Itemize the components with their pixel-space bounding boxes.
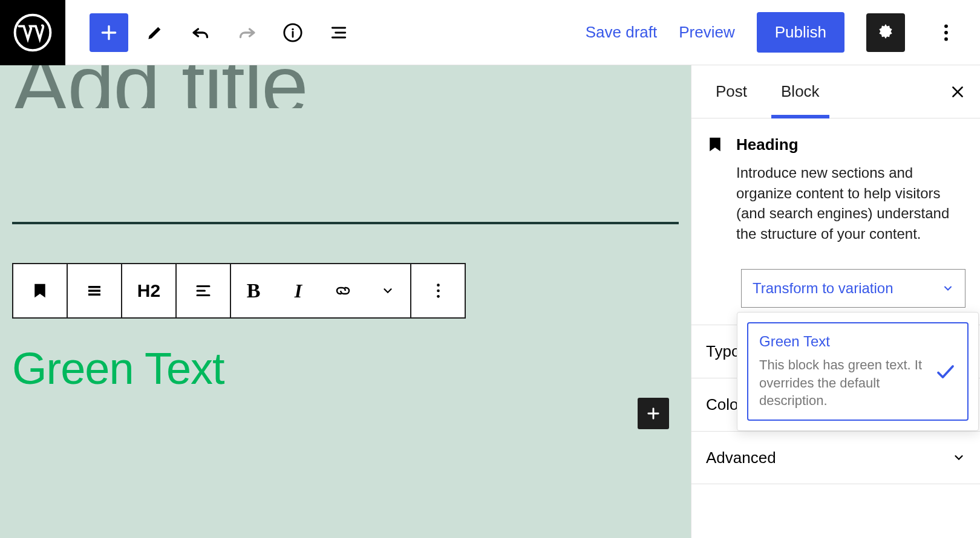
heading-level-button[interactable]: H2 <box>122 264 175 317</box>
close-sidebar-button[interactable] <box>950 84 965 100</box>
block-type-button[interactable] <box>13 264 67 317</box>
link-button[interactable] <box>321 264 365 317</box>
block-info-panel: Heading Introduce new sections and organ… <box>691 118 980 258</box>
block-description: Introduce new sections and organize cont… <box>736 163 965 244</box>
settings-sidebar: Post Block Heading Introduce new section… <box>691 65 980 538</box>
svg-point-4 <box>944 24 948 28</box>
preview-button[interactable]: Preview <box>679 23 734 42</box>
separator-block[interactable] <box>12 222 679 224</box>
settings-button[interactable] <box>866 13 905 52</box>
undo-button[interactable] <box>181 13 220 52</box>
add-block-button[interactable] <box>90 13 128 52</box>
edit-mode-button[interactable] <box>136 13 174 52</box>
svg-point-8 <box>437 290 440 293</box>
svg-point-5 <box>944 31 948 34</box>
bold-button[interactable]: B <box>231 264 276 317</box>
redo-button[interactable] <box>227 13 266 52</box>
block-more-button[interactable] <box>411 264 465 317</box>
chevron-down-icon <box>942 282 954 294</box>
more-formatting-button[interactable] <box>365 264 410 317</box>
tab-post[interactable]: Post <box>706 65 757 118</box>
svg-point-0 <box>15 15 51 50</box>
svg-point-2 <box>292 28 293 30</box>
main-area: Add title H2 <box>0 65 980 538</box>
chevron-down-icon <box>952 451 965 464</box>
align-button[interactable] <box>177 264 230 317</box>
check-icon <box>935 361 956 383</box>
transform-variation-select[interactable]: Transform to variation <box>741 269 965 308</box>
inline-add-block-button[interactable] <box>638 398 669 429</box>
svg-point-7 <box>437 284 440 287</box>
svg-point-9 <box>437 295 440 298</box>
sidebar-tabs: Post Block <box>691 65 980 118</box>
editor-canvas[interactable]: Add title H2 <box>0 65 691 538</box>
save-draft-button[interactable]: Save draft <box>586 23 658 42</box>
variation-description: This block has green text. It overrides … <box>759 356 927 410</box>
tab-block[interactable]: Block <box>771 65 829 118</box>
publish-button[interactable]: Publish <box>757 12 844 53</box>
heading-block-content[interactable]: Green Text <box>12 343 679 394</box>
more-options-button[interactable] <box>927 13 965 52</box>
transform-variation-label: Transform to variation <box>753 280 893 297</box>
info-button[interactable] <box>273 13 312 52</box>
italic-button[interactable]: I <box>276 264 321 317</box>
variation-title: Green Text <box>759 333 927 350</box>
block-title: Heading <box>736 135 965 154</box>
editor-tools <box>65 13 358 52</box>
bookmark-icon <box>706 135 724 244</box>
wordpress-logo[interactable] <box>0 0 65 65</box>
drag-handle-button[interactable] <box>68 264 121 317</box>
list-view-button[interactable] <box>319 13 358 52</box>
post-title-input[interactable]: Add title <box>12 65 679 108</box>
svg-point-6 <box>944 37 948 41</box>
top-toolbar: Save draft Preview Publish <box>0 0 980 65</box>
publish-tools: Save draft Preview Publish <box>586 12 980 53</box>
panel-advanced[interactable]: Advanced <box>691 431 980 484</box>
variation-option-green-text[interactable]: Green Text This block has green text. It… <box>747 322 969 421</box>
variation-popover: Green Text This block has green text. It… <box>737 312 979 431</box>
block-toolbar: H2 B I <box>12 263 466 319</box>
